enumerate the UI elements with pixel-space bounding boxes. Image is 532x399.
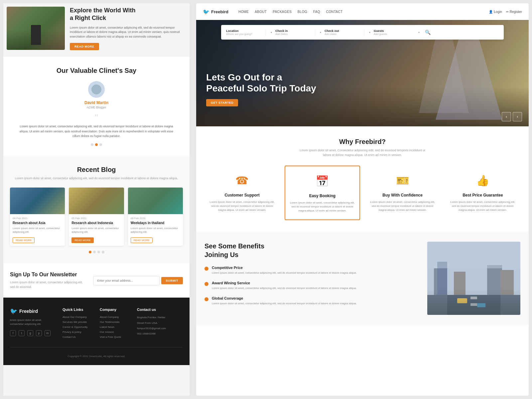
nav-link-contact[interactable]: CONTACT — [326, 10, 343, 14]
feature-desc-booking: Lorem ipsum dolor sit amet, consectetur … — [289, 201, 355, 213]
search-bar: Location Where are you going? ▾ Check in… — [221, 25, 504, 40]
newsletter-email-input[interactable] — [93, 276, 160, 285]
hero-image — [7, 7, 65, 50]
benefits-left: See Some Benefits Joining Us Competitive… — [204, 242, 419, 312]
footer-company-quote[interactable]: Visit a Free Quote — [100, 335, 130, 338]
benefits-city-svg — [427, 242, 520, 315]
pinterest-icon[interactable]: p — [36, 330, 42, 336]
nav-link-packages[interactable]: PACKAGES — [273, 10, 292, 14]
checkin-chevron[interactable]: ▾ — [320, 31, 321, 34]
blog-read-btn-2[interactable]: READ MORE — [71, 237, 93, 243]
location-chevron[interactable]: ▾ — [271, 31, 272, 34]
benefits-section: See Some Benefits Joining Us Competitive… — [196, 232, 529, 325]
guests-value: Add guests — [374, 33, 410, 36]
benefit-desc-2: Lorem ipsum dolor sit amet, consectetur … — [212, 286, 357, 290]
benefit-item-2: Award Wining Service Lorem ipsum dolor s… — [204, 281, 419, 290]
nav-link-faq[interactable]: FAQ — [313, 10, 320, 14]
benefit-content-2: Award Wining Service Lorem ipsum dolor s… — [212, 281, 357, 290]
search-button[interactable]: 🔍 — [423, 28, 432, 37]
footer-company-news[interactable]: Latest News — [100, 326, 130, 329]
footer-link-contact[interactable]: Contact Us — [63, 335, 93, 338]
hero-cta-button[interactable]: READ MORE — [70, 43, 99, 50]
feature-card-price: 👍 Best Price Guarantee Lorem ipsum dolor… — [445, 166, 520, 220]
location-value: Where are you going? — [226, 33, 262, 36]
feature-title-support: Customer Support — [208, 193, 276, 198]
feature-card-support: ☎ Customer Support Lorem ipsum dolor sit… — [204, 166, 280, 220]
hero-text-block: Explore the World With a Right Click Lor… — [70, 7, 183, 50]
blog-dot-2[interactable] — [93, 251, 96, 253]
benefits-image — [427, 242, 520, 315]
benefit-name-3: Global Converage — [212, 296, 357, 300]
dot-1[interactable] — [91, 143, 93, 146]
footer-contact-phone: 002-166842068 — [137, 332, 183, 335]
blog-card-image-2 — [69, 188, 124, 214]
blog-dot-4[interactable] — [102, 251, 104, 253]
footer-contact-name: Boginda Porrika / Netter — [137, 316, 183, 319]
newsletter-submit-button[interactable]: SUBMIT — [161, 277, 183, 284]
location-label: Location — [226, 29, 262, 33]
next-arrow[interactable]: › — [513, 112, 522, 121]
feature-icon-support: ☎ — [234, 172, 250, 189]
footer-company-mission[interactable]: Our mission — [100, 331, 130, 333]
location-field: Location Where are you going? — [226, 29, 266, 36]
footer-contact-email: fompur2610@gmail.com — [137, 327, 183, 330]
footer-company-about[interactable]: About Company — [100, 316, 130, 319]
footer-company-testimonials[interactable]: Our Testimonials — [100, 321, 130, 324]
blog-read-btn-1[interactable]: READ MORE — [13, 237, 35, 243]
blog-section: Recent Blog Lorem ipsum dolor sit amet, … — [3, 156, 190, 263]
benefit-dot-1 — [204, 267, 208, 271]
benefit-content-3: Global Converage Lorem ipsum dolor sit a… — [212, 296, 357, 306]
social-icons: f t g p in — [10, 330, 56, 336]
svg-rect-7 — [454, 272, 466, 295]
reviewer-role: ACME Blogger — [17, 106, 176, 109]
blog-dot-1[interactable] — [89, 251, 91, 253]
why-section: Why Freebird? Lorem ipsum dolor sit amet… — [196, 126, 529, 232]
blog-dot-3[interactable] — [97, 251, 100, 253]
checkout-value: Add dates — [325, 33, 360, 36]
testimonials-title: Our Valuable Clinet's Say — [17, 67, 176, 74]
google-icon[interactable]: g — [27, 330, 33, 336]
avatar-face — [91, 84, 101, 94]
feature-desc-price: Lorem ipsum dolor sit amet, consectetur … — [449, 200, 516, 212]
facebook-icon[interactable]: f — [10, 330, 16, 336]
footer-link-about[interactable]: About Our Company — [63, 316, 93, 319]
footer: 🐦 Freebird lorem ipsum dolor sit amet, c… — [3, 298, 190, 365]
footer-link-privacy[interactable]: Privacy & policy — [63, 331, 93, 333]
blog-read-btn-3[interactable]: READ MORE — [131, 237, 153, 243]
dot-2[interactable] — [95, 143, 98, 146]
footer-grid: 🐦 Freebird lorem ipsum dolor sit amet, c… — [10, 308, 183, 340]
feature-card-confidence: 🎫 Buy With Confidence Lorem ipsum dolor … — [365, 166, 440, 220]
quote-open: " — [17, 113, 176, 122]
nav-link-blog[interactable]: BLOG — [298, 10, 307, 14]
right-panel: 🐦 Freebird HOME ABOUT PACKAGES BLOG FAQ … — [196, 3, 529, 396]
twitter-icon[interactable]: t — [19, 330, 25, 336]
footer-quicklinks-col: Quick Links About Our Company Services W… — [63, 308, 93, 340]
footer-link-services[interactable]: Services We provide — [63, 321, 93, 324]
hero-headline: Lets Go Out for a Peaceful Solo Trip Tod… — [206, 72, 316, 94]
newsletter-text: Sign Up To Our Newsletter Lorem ipsum do… — [10, 272, 86, 289]
prev-arrow[interactable]: ‹ — [502, 112, 511, 121]
footer-quicklinks-title: Quick Links — [63, 308, 93, 312]
nav-link-about[interactable]: ABOUT — [255, 10, 267, 14]
carousel-arrows: ‹ › — [502, 112, 522, 121]
checkout-label: Check out — [325, 29, 360, 33]
hero-title-line1: Explore the World With — [70, 7, 136, 14]
guests-chevron[interactable]: ▾ — [418, 31, 420, 34]
blog-card-image-1 — [10, 188, 65, 214]
nav-login-link[interactable]: 👤 Login — [489, 10, 502, 14]
checkout-chevron[interactable]: ▾ — [369, 31, 370, 34]
nav-link-home[interactable]: HOME — [238, 10, 249, 14]
footer-logo-icon: 🐦 — [10, 308, 17, 315]
feature-card-booking: 📅 Easy Booking Lorem ipsum dolor sit ame… — [285, 166, 360, 220]
nav-auth: 👤 Login ✏ Register — [489, 10, 522, 14]
price-icon: 👍 — [476, 174, 489, 187]
footer-logo-text: Freebird — [19, 309, 38, 314]
benefit-content-1: Competitive Price Lorem ipsum dolor sit … — [212, 266, 357, 275]
footer-link-career[interactable]: Career & Opportunity — [63, 326, 93, 329]
nav-register-link[interactable]: ✏ Register — [506, 10, 522, 14]
linkedin-icon[interactable]: in — [45, 330, 51, 336]
hero-get-started-button[interactable]: GET STARTED — [206, 99, 238, 106]
dot-3[interactable] — [99, 143, 102, 146]
support-icon: ☎ — [235, 174, 249, 187]
feature-desc-support: Lorem ipsum dolor sit amet, consectetur … — [208, 200, 276, 212]
